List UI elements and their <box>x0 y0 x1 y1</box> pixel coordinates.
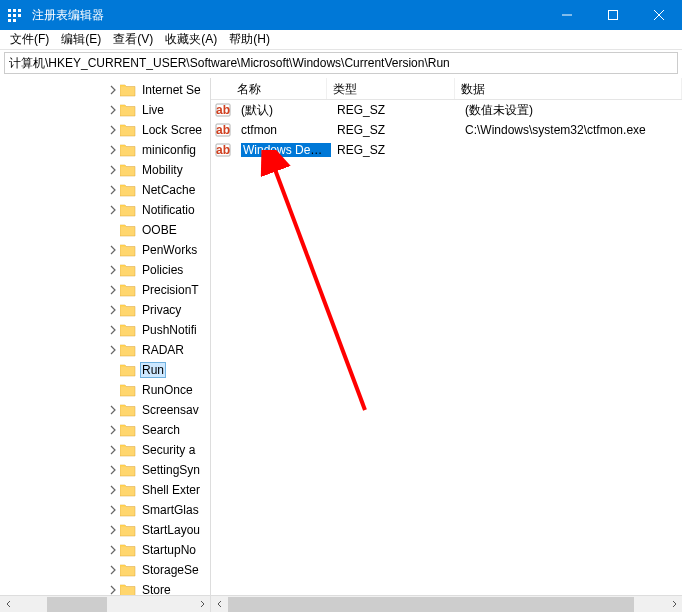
expand-icon[interactable] <box>106 103 120 117</box>
tree-item[interactable]: SettingSyn <box>0 460 210 480</box>
list-row[interactable]: ab(默认)REG_SZ(数值未设置) <box>211 100 682 120</box>
tree-item[interactable]: Live <box>0 100 210 120</box>
scroll-left-icon[interactable] <box>0 596 17 613</box>
svg-text:ab: ab <box>216 103 230 117</box>
svg-text:ab: ab <box>216 143 230 157</box>
expand-icon[interactable] <box>106 543 120 557</box>
expand-icon[interactable] <box>106 423 120 437</box>
tree-item-label: Privacy <box>140 302 183 318</box>
tree-item[interactable]: StartupNo <box>0 540 210 560</box>
expand-icon[interactable] <box>106 123 120 137</box>
tree-item[interactable]: NetCache <box>0 180 210 200</box>
list-header: 名称 类型 数据 <box>211 78 682 100</box>
tree-item[interactable]: Policies <box>0 260 210 280</box>
folder-icon <box>120 383 136 397</box>
svg-rect-7 <box>13 19 16 22</box>
address-bar[interactable]: 计算机\HKEY_CURRENT_USER\Software\Microsoft… <box>4 52 678 74</box>
menu-file[interactable]: 文件(F) <box>4 29 55 50</box>
tree-item-label: Shell Exter <box>140 482 202 498</box>
close-button[interactable] <box>636 0 682 30</box>
expand-icon[interactable] <box>106 303 120 317</box>
tree-horizontal-scrollbar[interactable] <box>0 595 210 612</box>
expand-icon[interactable] <box>106 563 120 577</box>
tree-item[interactable]: Security a <box>0 440 210 460</box>
expand-icon[interactable] <box>106 503 120 517</box>
value-data: C:\Windows\system32\ctfmon.exe <box>459 123 682 137</box>
tree-item[interactable]: OOBE <box>0 220 210 240</box>
list-row[interactable]: abctfmonREG_SZC:\Windows\system32\ctfmon… <box>211 120 682 140</box>
menu-edit[interactable]: 编辑(E) <box>55 29 107 50</box>
scroll-right-icon[interactable] <box>665 596 682 613</box>
list-pane: 名称 类型 数据 ab(默认)REG_SZ(数值未设置)abctfmonREG_… <box>211 78 682 612</box>
folder-icon <box>120 163 136 177</box>
tree-item[interactable]: PrecisionT <box>0 280 210 300</box>
tree-item-label: OOBE <box>140 222 179 238</box>
tree-item[interactable]: Privacy <box>0 300 210 320</box>
column-data[interactable]: 数据 <box>455 78 682 99</box>
tree-item-label: Policies <box>140 262 185 278</box>
value-name: Windows Defe... <box>235 143 331 157</box>
tree-item-label: Search <box>140 422 182 438</box>
expand-icon[interactable] <box>106 403 120 417</box>
tree-item[interactable]: RADAR <box>0 340 210 360</box>
tree-item-label: Internet Se <box>140 82 203 98</box>
value-data: (数值未设置) <box>459 102 682 119</box>
expand-icon[interactable] <box>106 523 120 537</box>
list-horizontal-scrollbar[interactable] <box>211 595 682 612</box>
tree-item-label: Security a <box>140 442 197 458</box>
tree-item-label: Mobility <box>140 162 185 178</box>
scroll-left-icon[interactable] <box>211 596 228 613</box>
tree-item[interactable]: SmartGlas <box>0 500 210 520</box>
tree-item[interactable]: Shell Exter <box>0 480 210 500</box>
menu-view[interactable]: 查看(V) <box>107 29 159 50</box>
expand-icon[interactable] <box>106 343 120 357</box>
folder-icon <box>120 483 136 497</box>
expand-icon[interactable] <box>106 443 120 457</box>
tree-item-label: StartLayou <box>140 522 202 538</box>
svg-rect-3 <box>8 14 11 17</box>
folder-icon <box>120 423 136 437</box>
expand-icon[interactable] <box>106 323 120 337</box>
tree-item[interactable]: PushNotifi <box>0 320 210 340</box>
folder-icon <box>120 343 136 357</box>
column-name[interactable]: 名称 <box>211 78 327 99</box>
column-type[interactable]: 类型 <box>327 78 455 99</box>
menu-help[interactable]: 帮助(H) <box>223 29 276 50</box>
expand-icon[interactable] <box>106 283 120 297</box>
value-name: (默认) <box>235 102 331 119</box>
expand-icon[interactable] <box>106 183 120 197</box>
expand-icon[interactable] <box>106 83 120 97</box>
tree-item[interactable]: Screensav <box>0 400 210 420</box>
menu-favorites[interactable]: 收藏夹(A) <box>159 29 223 50</box>
expand-icon[interactable] <box>106 463 120 477</box>
main-area: Internet SeLiveLock ScreeminiconfigMobil… <box>0 78 682 612</box>
tree-item[interactable]: Lock Scree <box>0 120 210 140</box>
minimize-button[interactable] <box>544 0 590 30</box>
expand-icon[interactable] <box>106 263 120 277</box>
expand-icon[interactable] <box>106 243 120 257</box>
string-value-icon: ab <box>215 142 231 158</box>
expand-icon[interactable] <box>106 163 120 177</box>
tree-item[interactable]: Run <box>0 360 210 380</box>
tree-item[interactable]: miniconfig <box>0 140 210 160</box>
maximize-button[interactable] <box>590 0 636 30</box>
svg-rect-6 <box>8 19 11 22</box>
svg-rect-1 <box>13 9 16 12</box>
tree-item[interactable]: PenWorks <box>0 240 210 260</box>
tree-item[interactable]: StartLayou <box>0 520 210 540</box>
folder-icon <box>120 283 136 297</box>
tree-item[interactable]: Notificatio <box>0 200 210 220</box>
expand-icon[interactable] <box>106 203 120 217</box>
tree-item[interactable]: Internet Se <box>0 80 210 100</box>
scroll-right-icon[interactable] <box>193 596 210 613</box>
tree-item[interactable]: RunOnce <box>0 380 210 400</box>
tree-item[interactable]: Search <box>0 420 210 440</box>
menu-bar: 文件(F) 编辑(E) 查看(V) 收藏夹(A) 帮助(H) <box>0 30 682 50</box>
list-row[interactable]: abWindows Defe...REG_SZ <box>211 140 682 160</box>
folder-icon <box>120 183 136 197</box>
tree-item[interactable]: StorageSe <box>0 560 210 580</box>
tree-item-label: Notificatio <box>140 202 197 218</box>
tree-item[interactable]: Mobility <box>0 160 210 180</box>
expand-icon[interactable] <box>106 143 120 157</box>
expand-icon[interactable] <box>106 483 120 497</box>
